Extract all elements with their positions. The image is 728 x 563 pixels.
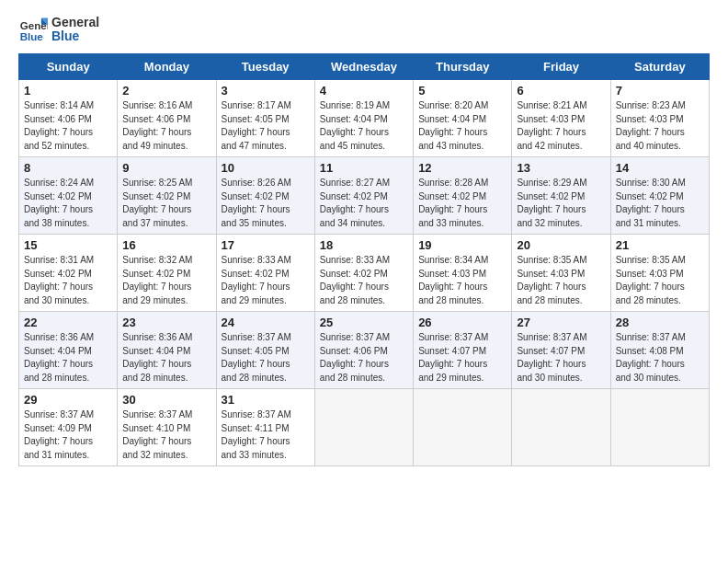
- day-number: 21: [616, 238, 704, 252]
- calendar-cell: 29Sunrise: 8:37 AM Sunset: 4:09 PM Dayli…: [19, 389, 118, 466]
- day-number: 10: [222, 161, 310, 175]
- calendar-week-row: 15Sunrise: 8:31 AM Sunset: 4:02 PM Dayli…: [19, 235, 710, 312]
- day-number: 31: [222, 393, 310, 407]
- day-number: 24: [222, 316, 310, 329]
- day-number: 20: [517, 238, 605, 252]
- day-info: Sunrise: 8:29 AM Sunset: 4:02 PM Dayligh…: [517, 177, 605, 230]
- logo-icon: General Blue: [18, 15, 48, 44]
- day-info: Sunrise: 8:37 AM Sunset: 4:10 PM Dayligh…: [122, 408, 210, 462]
- calendar-cell: 9Sunrise: 8:25 AM Sunset: 4:02 PM Daylig…: [118, 157, 216, 235]
- weekday-header: Wednesday: [314, 54, 413, 80]
- day-info: Sunrise: 8:37 AM Sunset: 4:11 PM Dayligh…: [222, 408, 310, 462]
- day-info: Sunrise: 8:33 AM Sunset: 4:02 PM Dayligh…: [222, 254, 310, 307]
- calendar-cell: 26Sunrise: 8:37 AM Sunset: 4:07 PM Dayli…: [414, 312, 512, 389]
- calendar-cell: 15Sunrise: 8:31 AM Sunset: 4:02 PM Dayli…: [19, 235, 118, 312]
- calendar-cell: 23Sunrise: 8:36 AM Sunset: 4:04 PM Dayli…: [118, 312, 216, 389]
- logo: General Blue General Blue: [18, 15, 99, 44]
- weekday-header: Saturday: [610, 54, 709, 80]
- day-info: Sunrise: 8:24 AM Sunset: 4:02 PM Dayligh…: [24, 177, 112, 230]
- calendar-cell: 2Sunrise: 8:16 AM Sunset: 4:06 PM Daylig…: [118, 80, 216, 157]
- calendar-cell: 30Sunrise: 8:37 AM Sunset: 4:10 PM Dayli…: [118, 389, 216, 466]
- calendar-cell: 3Sunrise: 8:17 AM Sunset: 4:05 PM Daylig…: [216, 80, 314, 157]
- day-number: 27: [517, 316, 605, 329]
- logo-general: General: [51, 16, 99, 29]
- day-number: 1: [24, 84, 112, 98]
- day-number: 3: [222, 84, 310, 98]
- calendar-week-row: 8Sunrise: 8:24 AM Sunset: 4:02 PM Daylig…: [19, 157, 710, 235]
- day-number: 16: [122, 238, 210, 252]
- day-number: 29: [24, 393, 112, 407]
- calendar-week-row: 1Sunrise: 8:14 AM Sunset: 4:06 PM Daylig…: [19, 80, 710, 157]
- calendar-cell: 14Sunrise: 8:30 AM Sunset: 4:02 PM Dayli…: [610, 157, 709, 235]
- calendar-cell: 6Sunrise: 8:21 AM Sunset: 4:03 PM Daylig…: [512, 80, 610, 157]
- day-info: Sunrise: 8:36 AM Sunset: 4:04 PM Dayligh…: [24, 331, 112, 385]
- day-info: Sunrise: 8:31 AM Sunset: 4:02 PM Dayligh…: [24, 254, 112, 307]
- day-number: 17: [222, 238, 310, 252]
- day-info: Sunrise: 8:37 AM Sunset: 4:07 PM Dayligh…: [517, 331, 605, 385]
- day-info: Sunrise: 8:35 AM Sunset: 4:03 PM Dayligh…: [517, 254, 605, 307]
- calendar-cell: 5Sunrise: 8:20 AM Sunset: 4:04 PM Daylig…: [414, 80, 512, 157]
- weekday-header: Monday: [118, 54, 216, 80]
- day-info: Sunrise: 8:37 AM Sunset: 4:09 PM Dayligh…: [24, 408, 112, 462]
- day-number: 19: [418, 238, 506, 252]
- calendar-cell: 7Sunrise: 8:23 AM Sunset: 4:03 PM Daylig…: [610, 80, 709, 157]
- logo-blue: Blue: [51, 29, 99, 43]
- calendar-cell: [414, 389, 512, 466]
- day-number: 12: [418, 161, 506, 175]
- calendar-cell: [512, 389, 610, 466]
- day-info: Sunrise: 8:21 AM Sunset: 4:03 PM Dayligh…: [517, 99, 605, 153]
- weekday-header: Sunday: [19, 54, 118, 80]
- weekday-header: Thursday: [414, 54, 512, 80]
- calendar-cell: 1Sunrise: 8:14 AM Sunset: 4:06 PM Daylig…: [19, 80, 118, 157]
- day-info: Sunrise: 8:14 AM Sunset: 4:06 PM Dayligh…: [24, 99, 112, 153]
- day-number: 23: [122, 316, 210, 329]
- calendar-cell: 13Sunrise: 8:29 AM Sunset: 4:02 PM Dayli…: [512, 157, 610, 235]
- calendar-cell: 4Sunrise: 8:19 AM Sunset: 4:04 PM Daylig…: [314, 80, 413, 157]
- day-number: 6: [517, 84, 605, 98]
- day-number: 15: [24, 238, 112, 252]
- day-number: 26: [418, 316, 506, 329]
- day-info: Sunrise: 8:30 AM Sunset: 4:02 PM Dayligh…: [616, 177, 704, 230]
- day-info: Sunrise: 8:37 AM Sunset: 4:06 PM Dayligh…: [320, 331, 408, 385]
- page: General Blue General Blue SundayMondayTu…: [0, 0, 728, 563]
- day-info: Sunrise: 8:26 AM Sunset: 4:02 PM Dayligh…: [222, 177, 310, 230]
- day-number: 18: [320, 238, 408, 252]
- day-number: 9: [122, 161, 210, 175]
- calendar-cell: 19Sunrise: 8:34 AM Sunset: 4:03 PM Dayli…: [414, 235, 512, 312]
- day-number: 7: [616, 84, 704, 98]
- calendar-cell: 22Sunrise: 8:36 AM Sunset: 4:04 PM Dayli…: [19, 312, 118, 389]
- day-number: 5: [418, 84, 506, 98]
- calendar-cell: 18Sunrise: 8:33 AM Sunset: 4:02 PM Dayli…: [314, 235, 413, 312]
- calendar-cell: 24Sunrise: 8:37 AM Sunset: 4:05 PM Dayli…: [216, 312, 314, 389]
- day-number: 13: [517, 161, 605, 175]
- calendar-cell: [314, 389, 413, 466]
- day-number: 4: [320, 84, 408, 98]
- header: General Blue General Blue: [18, 15, 710, 44]
- calendar-cell: 25Sunrise: 8:37 AM Sunset: 4:06 PM Dayli…: [314, 312, 413, 389]
- calendar-cell: 16Sunrise: 8:32 AM Sunset: 4:02 PM Dayli…: [118, 235, 216, 312]
- day-number: 30: [122, 393, 210, 407]
- day-number: 25: [320, 316, 408, 329]
- day-info: Sunrise: 8:34 AM Sunset: 4:03 PM Dayligh…: [418, 254, 506, 307]
- day-number: 8: [24, 161, 112, 175]
- day-number: 2: [122, 84, 210, 98]
- calendar-cell: 8Sunrise: 8:24 AM Sunset: 4:02 PM Daylig…: [19, 157, 118, 235]
- calendar-table: SundayMondayTuesdayWednesdayThursdayFrid…: [18, 53, 710, 466]
- calendar-cell: 11Sunrise: 8:27 AM Sunset: 4:02 PM Dayli…: [314, 157, 413, 235]
- day-info: Sunrise: 8:27 AM Sunset: 4:02 PM Dayligh…: [320, 177, 408, 230]
- day-number: 14: [616, 161, 704, 175]
- svg-text:Blue: Blue: [20, 31, 44, 42]
- day-info: Sunrise: 8:36 AM Sunset: 4:04 PM Dayligh…: [122, 331, 210, 385]
- day-number: 22: [24, 316, 112, 329]
- day-info: Sunrise: 8:25 AM Sunset: 4:02 PM Dayligh…: [122, 177, 210, 230]
- day-info: Sunrise: 8:23 AM Sunset: 4:03 PM Dayligh…: [616, 99, 704, 153]
- calendar-cell: [610, 389, 709, 466]
- calendar-cell: 27Sunrise: 8:37 AM Sunset: 4:07 PM Dayli…: [512, 312, 610, 389]
- day-info: Sunrise: 8:33 AM Sunset: 4:02 PM Dayligh…: [320, 254, 408, 307]
- calendar-cell: 21Sunrise: 8:35 AM Sunset: 4:03 PM Dayli…: [610, 235, 709, 312]
- day-info: Sunrise: 8:37 AM Sunset: 4:07 PM Dayligh…: [418, 331, 506, 385]
- day-info: Sunrise: 8:37 AM Sunset: 4:08 PM Dayligh…: [616, 331, 704, 385]
- weekday-header: Tuesday: [216, 54, 314, 80]
- calendar-cell: 10Sunrise: 8:26 AM Sunset: 4:02 PM Dayli…: [216, 157, 314, 235]
- calendar-cell: 17Sunrise: 8:33 AM Sunset: 4:02 PM Dayli…: [216, 235, 314, 312]
